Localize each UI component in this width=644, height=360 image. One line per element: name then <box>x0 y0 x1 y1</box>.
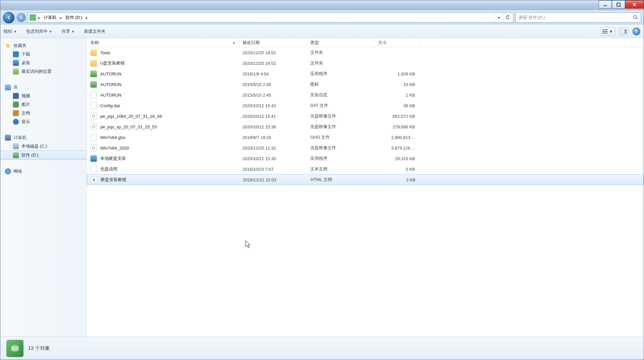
computer-label: 计算机 <box>14 135 26 141</box>
share-label: 共享 <box>62 28 70 34</box>
column-size[interactable]: 大小 <box>375 38 421 47</box>
cell-date: 2020/10/12 15:42 <box>239 103 307 108</box>
file-row[interactable]: Win7x64_20202020/12/25 11:32光盘映像文件3,874,… <box>87 143 644 153</box>
file-row[interactable]: AUTORUN2015/5/10 2:45图标10 KB <box>87 79 644 90</box>
sidebar-favorites-group: 收藏夹 下载桌面最近访问的位置 <box>0 41 87 76</box>
file-row[interactable]: Config.dat2020/10/12 15:42DAT 文件36 KB <box>87 100 644 111</box>
sidebar-libraries-header[interactable]: 库 <box>0 83 87 92</box>
sidebar-item-favorite[interactable]: 桌面 <box>0 59 87 67</box>
address-dropdown-button[interactable]: ▾ <box>494 13 503 22</box>
cell-date: 2020/12/25 11:32 <box>239 146 307 151</box>
icon-icon <box>90 81 97 88</box>
preview-pane-button[interactable] <box>619 27 628 35</box>
cell-size: 10 KB <box>375 82 421 87</box>
cell-size: 36 KB <box>375 103 421 108</box>
file-row[interactable]: AUTORUN2016/1/8 4:54应用程序1,926 KB <box>87 68 644 79</box>
include-library-menu[interactable]: 包含到库中▼ <box>26 28 52 34</box>
cell-name: AUTORUN <box>87 92 239 98</box>
cell-type: 文件夹 <box>307 60 375 66</box>
svg-rect-1 <box>617 3 620 6</box>
drive-large-icon <box>6 340 23 357</box>
cell-date: 2016/11/21 22:03 <box>239 177 307 182</box>
view-mode-button[interactable]: ▼ <box>600 27 615 35</box>
sidebar-item-library[interactable]: 音乐 <box>0 117 87 126</box>
cell-type: 光盘映像文件 <box>307 145 375 151</box>
desktop-icon <box>13 60 19 66</box>
caret-down-icon: ▼ <box>14 30 17 33</box>
close-button[interactable] <box>625 0 644 9</box>
file-rows[interactable]: Tools2020/12/25 14:52文件夹U盘安装教程2020/12/25… <box>87 47 644 337</box>
sidebar-item-drive[interactable]: 本地磁盘 (C:) <box>0 142 87 151</box>
file-row[interactable]: AUTORUN2015/5/10 2:45安装信息1 KB <box>87 90 644 100</box>
cell-type: DAT 文件 <box>307 103 375 109</box>
file-name: AUTORUN <box>100 93 121 98</box>
file-name: 本地硬盘安装 <box>100 156 126 161</box>
file-row[interactable]: U盘安装教程2020/12/25 14:52文件夹 <box>87 58 644 68</box>
sidebar-item-favorite[interactable]: 下载 <box>0 50 87 59</box>
address-tail: ▾ <box>494 13 512 22</box>
star-icon <box>5 43 11 49</box>
sidebar-libraries-group: 库 视频图片文档音乐 <box>0 83 87 126</box>
file-row[interactable]: 光盘说明2016/10/23 7:07文本文档5 KB <box>87 164 644 174</box>
cell-name: AUTORUN <box>87 81 239 88</box>
maximize-button[interactable] <box>612 0 625 9</box>
sidebar-item-library[interactable]: 图片 <box>0 100 87 109</box>
sidebar-computer-header[interactable]: 计算机 <box>0 133 87 142</box>
cell-type: 图标 <box>307 81 375 87</box>
file-row[interactable]: Win7x64.gho2019/9/7 19:25GHO 文件2,900,813… <box>87 132 644 143</box>
file-name: Config.dat <box>100 103 120 108</box>
search-input[interactable]: 搜索 软件 (D:) <box>515 13 641 22</box>
file-icon <box>90 134 97 141</box>
sidebar-favorites-header[interactable]: 收藏夹 <box>0 41 87 50</box>
refresh-button[interactable] <box>503 13 512 22</box>
file-row[interactable]: Tools2020/12/25 14:52文件夹 <box>87 47 644 58</box>
column-name[interactable]: 名称 ▲ <box>87 38 239 47</box>
file-row[interactable]: pe_yqs_1064_20_07_31_16_042020/10/12 15:… <box>87 111 644 121</box>
help-button[interactable]: ? <box>632 27 640 35</box>
sidebar-item-label: 本地磁盘 (C:) <box>21 143 47 149</box>
column-type[interactable]: 类型 <box>307 38 375 47</box>
cell-date: 2019/9/7 19:25 <box>239 135 307 140</box>
sidebar-item-library[interactable]: 文档 <box>0 109 87 117</box>
file-name: pe_yqs_1064_20_07_31_16_04 <box>100 114 162 119</box>
music-icon <box>13 119 19 125</box>
breadcrumb-drive[interactable]: 软件 (D:) <box>64 14 84 21</box>
cell-date: 2020/10/12 15:30 <box>239 156 307 161</box>
share-menu[interactable]: 共享▼ <box>62 28 75 34</box>
cell-name: Win7x64_2020 <box>87 145 239 151</box>
breadcrumb-computer[interactable]: 计算机 <box>42 14 58 21</box>
minimize-button[interactable] <box>599 0 612 9</box>
sidebar-item-drive[interactable]: 软件 (D:) <box>0 151 87 160</box>
caret-down-icon: ▼ <box>609 29 613 34</box>
forward-button[interactable] <box>17 13 26 22</box>
organize-menu[interactable]: 组织▼ <box>4 28 17 34</box>
sidebar-item-library[interactable]: 视频 <box>0 92 87 100</box>
column-date[interactable]: 修改日期 <box>239 38 307 47</box>
file-row[interactable]: pe_yqs_xp_20_07_31_15_532020/10/12 15:36… <box>87 121 644 132</box>
cell-size: 5 KB <box>375 167 421 172</box>
svg-rect-6 <box>602 33 608 33</box>
address-bar[interactable]: ▸ 计算机 ▸ 软件 (D:) ▸ ▾ <box>28 13 513 22</box>
file-name: 硬盘安装教程 <box>101 177 126 183</box>
status-text: 13 个对象 <box>28 345 50 351</box>
sidebar-item-favorite[interactable]: 最近访问的位置 <box>0 67 87 76</box>
sidebar-network-header[interactable]: 网络 <box>0 167 87 176</box>
cell-size: 1,926 KB <box>375 71 421 76</box>
back-button[interactable] <box>3 12 15 23</box>
cell-name: Win7x64.gho <box>87 134 239 141</box>
file-row[interactable]: 本地硬盘安装2020/10/12 15:30应用程序28,315 KB <box>87 153 644 164</box>
file-row[interactable]: 硬盘安装教程2016/11/21 22:03HTML 文档3 KB <box>87 174 644 185</box>
file-pane: 名称 ▲ 修改日期 类型 大小 Tools2020/12/25 14:52文件夹… <box>87 38 644 337</box>
cell-date: 2016/1/8 4:54 <box>239 71 307 76</box>
svg-rect-10 <box>11 346 19 351</box>
svg-point-2 <box>634 15 637 18</box>
sidebar-item-label: 图片 <box>21 102 30 108</box>
cell-date: 2015/5/10 2:45 <box>239 93 307 98</box>
new-folder-button[interactable]: 新建文件夹 <box>84 28 106 34</box>
cell-type: 安装信息 <box>307 92 375 98</box>
window-controls <box>599 0 644 9</box>
app-icon <box>90 155 97 162</box>
cell-size: 28,315 KB <box>375 156 421 161</box>
cell-date: 2015/5/10 2:45 <box>239 82 307 87</box>
cell-name: 硬盘安装教程 <box>87 176 239 183</box>
